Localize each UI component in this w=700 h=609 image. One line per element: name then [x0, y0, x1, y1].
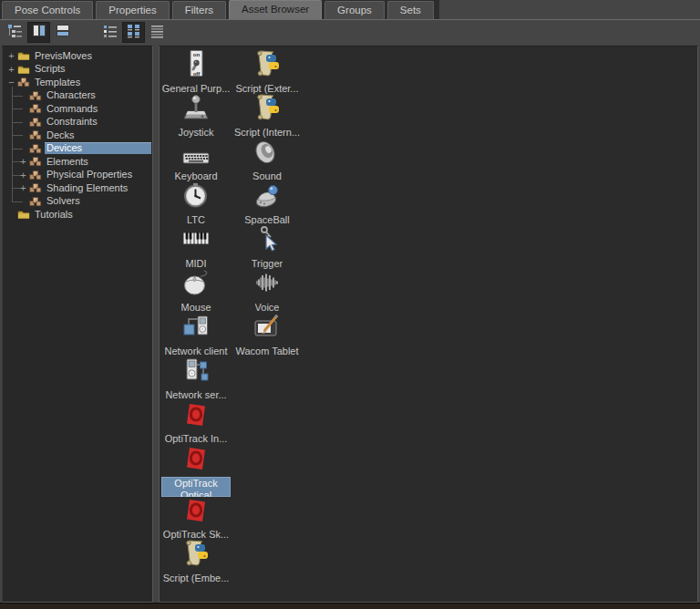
expander-icon[interactable]: + — [5, 65, 17, 74]
expander-icon[interactable]: + — [17, 183, 29, 192]
asset-grid: onoff General Purp... Joystick Keyboard … — [160, 46, 697, 584]
asset-item-network-client[interactable]: Network client — [160, 314, 232, 357]
asset-item-script-embe[interactable]: Script (Embe... — [160, 541, 232, 584]
tree-item-templates[interactable]: − Templates — [3, 76, 152, 89]
tree-item-decks[interactable]: Decks — [3, 129, 152, 142]
bottom-edge — [0, 603, 700, 609]
tree-item-label: Physical Properties — [45, 169, 134, 181]
template-icon — [29, 129, 42, 140]
tree-item-constraints[interactable]: Constraints — [3, 116, 152, 129]
list-view-icon — [102, 23, 118, 43]
tree-item-label: Elements — [45, 156, 90, 168]
asset-item-mouse[interactable]: Mouse — [160, 270, 232, 314]
wacom-tablet-icon — [252, 312, 282, 345]
python-script-icon — [252, 93, 282, 126]
folder-icon — [17, 50, 30, 61]
grid-view-button[interactable] — [122, 22, 145, 43]
tree-item-scripts[interactable]: + Scripts — [3, 63, 152, 77]
expander-icon[interactable]: + — [17, 157, 29, 166]
tree-item-prevismoves[interactable]: + PrevisMoves — [3, 49, 152, 63]
toolbar-group-1 — [4, 22, 75, 43]
asset-item-ltc[interactable]: LTC — [160, 182, 232, 226]
asset-item-script-exter[interactable]: Script (Exter... — [232, 51, 303, 95]
tree-item-label: Templates — [33, 77, 82, 88]
asset-grid-panel: onoff General Purp... Joystick Keyboard … — [159, 46, 698, 603]
sound-icon — [252, 137, 282, 170]
trigger-icon — [252, 224, 282, 257]
asset-tree: + PrevisMoves + Scripts − Templates Char… — [3, 46, 152, 222]
svg-text:off: off — [193, 71, 201, 77]
tree-item-characters[interactable]: Characters — [3, 89, 152, 103]
tree-item-physical-properties[interactable]: + Physical Properties — [3, 169, 152, 182]
tree-item-label: PrevisMoves — [33, 50, 94, 62]
asset-grid-column-1: onoff General Purp... Joystick Keyboard … — [160, 51, 232, 584]
asset-item-network-ser[interactable]: Network ser... — [160, 357, 232, 401]
asset-item-label: OptiTrack Optical — [161, 477, 231, 497]
tree-item-label: Constraints — [45, 116, 99, 128]
expander-icon[interactable]: − — [5, 77, 17, 87]
asset-item-label: Script (Embe... — [163, 573, 230, 584]
tree-item-label: Commands — [45, 103, 99, 115]
tab-groups[interactable]: Groups — [324, 1, 385, 19]
tab-asset-browser[interactable]: Asset Browser — [229, 0, 322, 19]
voice-icon — [252, 268, 282, 301]
tab-pose-controls[interactable]: Pose Controls — [2, 1, 93, 19]
asset-item-optitrack-optical[interactable]: OptiTrack Optical — [160, 445, 232, 497]
asset-item-script-intern[interactable]: Script (Intern... — [232, 95, 303, 139]
template-icon — [17, 77, 30, 88]
expander-icon[interactable]: + — [5, 51, 17, 60]
midi-icon — [181, 224, 211, 257]
tab-filters[interactable]: Filters — [172, 1, 226, 19]
tree-item-shading-elements[interactable]: + Shading Elements — [3, 181, 152, 195]
template-icon — [29, 103, 42, 114]
asset-item-optitrack-in[interactable]: OptiTrack In... — [160, 401, 232, 445]
joystick-icon — [181, 93, 211, 126]
asset-item-label: Wacom Tablet — [235, 346, 298, 357]
grid-view-icon — [126, 23, 142, 43]
tree-item-label: Solvers — [45, 195, 82, 207]
tree-item-commands[interactable]: Commands — [3, 102, 152, 116]
optitrack-icon — [181, 399, 211, 432]
tree-item-solvers[interactable]: Solvers — [3, 195, 152, 209]
spaceball-icon — [252, 181, 282, 213]
asset-item-optitrack-sk[interactable]: OptiTrack Sk... — [160, 497, 232, 541]
expander-icon[interactable]: + — [17, 170, 29, 180]
asset-item-midi[interactable]: MIDI — [160, 226, 232, 270]
detail-view-button[interactable] — [146, 22, 169, 43]
split-horizontal-icon — [55, 23, 71, 43]
asset-grid-column-2: Script (Exter... Script (Intern... Sound… — [232, 51, 303, 584]
asset-item-spaceball[interactable]: SpaceBall — [232, 182, 303, 226]
optitrack-icon — [181, 443, 211, 476]
asset-item-general-purp[interactable]: onoff General Purp... — [160, 51, 232, 95]
python-script-icon — [181, 539, 211, 572]
tab-bar: Pose ControlsPropertiesFiltersAsset Brow… — [0, 0, 700, 20]
toggle-switch-icon: onoff — [181, 49, 211, 82]
tree-panel: + PrevisMoves + Scripts − Templates Char… — [2, 46, 153, 603]
template-icon — [29, 170, 42, 181]
tree-item-label: Scripts — [33, 63, 67, 75]
toolbar-group-2 — [98, 22, 170, 43]
tree-item-devices[interactable]: Devices — [3, 142, 152, 156]
tree-item-elements[interactable]: + Elements — [3, 155, 152, 169]
asset-item-trigger[interactable]: Trigger — [232, 226, 303, 270]
tab-properties[interactable]: Properties — [96, 1, 169, 19]
asset-item-joystick[interactable]: Joystick — [160, 95, 232, 139]
tree-item-tutorials[interactable]: Tutorials — [3, 208, 152, 222]
tab-sets[interactable]: Sets — [387, 1, 434, 19]
list-view-button[interactable] — [98, 22, 121, 43]
asset-item-wacom-tablet[interactable]: Wacom Tablet — [232, 314, 303, 357]
tab-strip: Pose ControlsPropertiesFiltersAsset Brow… — [0, 0, 439, 19]
optitrack-icon — [181, 495, 211, 528]
tree-view-button[interactable] — [4, 22, 26, 43]
asset-item-sound[interactable]: Sound — [232, 139, 303, 182]
tree-item-label: Shading Elements — [45, 182, 129, 194]
toolbar — [0, 20, 700, 45]
split-vertical-button[interactable] — [27, 22, 50, 43]
asset-item-voice[interactable]: Voice — [232, 270, 303, 314]
split-horizontal-button[interactable] — [51, 22, 74, 43]
template-icon — [29, 90, 42, 101]
template-icon — [29, 143, 42, 154]
asset-item-keyboard[interactable]: Keyboard — [160, 139, 232, 182]
folder-icon — [17, 209, 30, 220]
template-icon — [29, 182, 42, 193]
